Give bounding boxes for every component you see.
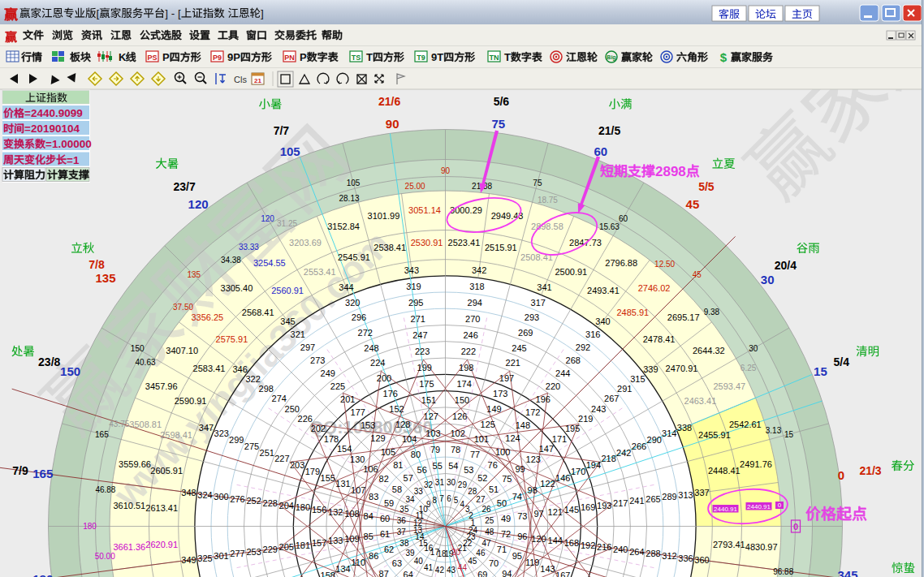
svg-text:2796.88: 2796.88 — [605, 258, 637, 268]
svg-text:21/3: 21/3 — [859, 464, 881, 477]
svg-text:82: 82 — [379, 474, 389, 484]
svg-text:12.50: 12.50 — [654, 260, 675, 269]
svg-text:2598.41: 2598.41 — [160, 430, 192, 440]
svg-text:3152.84: 3152.84 — [327, 222, 360, 231]
svg-text:241: 241 — [629, 496, 644, 506]
svg-text:15.63: 15.63 — [599, 222, 620, 231]
svg-text:31.25: 31.25 — [277, 219, 297, 228]
svg-text:18.75: 18.75 — [538, 196, 558, 205]
svg-text:165: 165 — [32, 467, 53, 480]
svg-text:121: 121 — [548, 507, 563, 517]
svg-text:170: 170 — [571, 467, 585, 476]
svg-text:62: 62 — [384, 545, 394, 554]
svg-text:226: 226 — [298, 414, 313, 424]
svg-text:76: 76 — [488, 460, 498, 470]
svg-text:128: 128 — [395, 420, 410, 429]
svg-text:0: 0 — [793, 522, 798, 532]
svg-text:77: 77 — [470, 450, 480, 459]
svg-text:T9: T9 — [417, 54, 425, 62]
svg-text:8: 8 — [433, 496, 438, 505]
svg-text:98: 98 — [528, 485, 538, 495]
svg-text:298: 298 — [259, 384, 274, 394]
svg-text:9.38: 9.38 — [704, 308, 720, 316]
svg-text:100: 100 — [495, 447, 510, 457]
svg-text:33: 33 — [414, 487, 424, 496]
svg-text:2542.61: 2542.61 — [729, 420, 762, 429]
svg-text:3559.66: 3559.66 — [119, 459, 151, 469]
svg-text:153: 153 — [361, 420, 375, 430]
svg-text:50: 50 — [497, 498, 507, 508]
svg-text:T: T — [366, 51, 373, 63]
svg-text:317: 317 — [531, 298, 546, 308]
svg-text:[: [ — [97, 7, 100, 19]
svg-text:23/8: 23/8 — [38, 355, 60, 368]
svg-text:51: 51 — [489, 484, 499, 494]
svg-text:336: 336 — [678, 553, 693, 563]
svg-text:147: 147 — [539, 444, 554, 454]
svg-text:316: 316 — [585, 329, 600, 339]
svg-text:2590.91: 2590.91 — [175, 396, 207, 406]
svg-text:85: 85 — [364, 532, 373, 541]
svg-text:220: 220 — [546, 381, 560, 391]
svg-text:194: 194 — [586, 460, 601, 470]
svg-text:314: 314 — [662, 428, 676, 438]
svg-text:30: 30 — [749, 344, 758, 353]
svg-text:P9: P9 — [213, 54, 222, 62]
svg-text:72: 72 — [501, 529, 511, 539]
svg-text:5/5: 5/5 — [698, 180, 715, 193]
svg-text:301: 301 — [214, 551, 228, 561]
svg-text:218: 218 — [601, 454, 615, 463]
svg-text:43: 43 — [447, 566, 456, 575]
svg-text:46: 46 — [476, 549, 486, 558]
svg-text:64: 64 — [404, 570, 413, 577]
svg-text:41: 41 — [424, 563, 434, 572]
svg-text:9T: 9T — [431, 51, 443, 63]
svg-text:96: 96 — [517, 532, 527, 541]
svg-text:2523.41: 2523.41 — [448, 238, 481, 248]
svg-text:2500.91: 2500.91 — [555, 267, 587, 277]
svg-text:75: 75 — [491, 117, 505, 131]
svg-text:125: 125 — [481, 420, 495, 429]
svg-text:165: 165 — [95, 430, 109, 439]
svg-text:2455.91: 2455.91 — [698, 430, 731, 440]
svg-text:20/4: 20/4 — [775, 259, 797, 272]
svg-text:2620.91: 2620.91 — [145, 540, 178, 549]
svg-text:86: 86 — [369, 551, 378, 561]
svg-text:48: 48 — [485, 527, 494, 536]
svg-text:293: 293 — [525, 312, 539, 322]
svg-text:2448.41: 2448.41 — [708, 466, 740, 476]
svg-text:360: 360 — [694, 555, 709, 565]
svg-text:2613.41: 2613.41 — [145, 503, 178, 513]
svg-text:60: 60 — [619, 214, 628, 223]
svg-text:345: 345 — [280, 316, 295, 326]
svg-text:PS: PS — [147, 54, 157, 62]
svg-text:53: 53 — [464, 465, 473, 475]
svg-text:337: 337 — [694, 488, 709, 497]
svg-text:26: 26 — [482, 505, 492, 514]
svg-text:2440.91: 2440.91 — [714, 506, 737, 513]
svg-text:2605.91: 2605.91 — [150, 466, 183, 476]
svg-text:43.75: 43.75 — [109, 420, 129, 428]
svg-text:]: ] — [261, 7, 264, 19]
svg-text:229: 229 — [263, 545, 278, 554]
svg-text:7: 7 — [439, 494, 444, 503]
svg-text:288: 288 — [646, 549, 660, 558]
svg-text:176: 176 — [383, 389, 398, 398]
svg-text:49: 49 — [501, 514, 511, 523]
svg-text:266: 266 — [632, 441, 646, 451]
svg-text:106: 106 — [363, 464, 378, 474]
svg-text:3356.25: 3356.25 — [191, 312, 223, 322]
svg-text:295: 295 — [408, 298, 423, 308]
svg-text:34: 34 — [406, 495, 416, 504]
svg-text:109: 109 — [344, 534, 359, 544]
svg-text:5: 5 — [454, 496, 459, 505]
svg-text:95: 95 — [512, 551, 522, 561]
svg-text:154: 154 — [337, 444, 352, 454]
svg-text:340: 340 — [595, 316, 610, 326]
svg-text:3305.40: 3305.40 — [221, 283, 253, 293]
svg-text:70: 70 — [489, 558, 499, 568]
svg-text:296: 296 — [352, 312, 366, 322]
svg-text:2560.91: 2560.91 — [271, 286, 304, 295]
svg-text:155: 155 — [321, 473, 335, 483]
svg-text:119: 119 — [525, 558, 540, 567]
